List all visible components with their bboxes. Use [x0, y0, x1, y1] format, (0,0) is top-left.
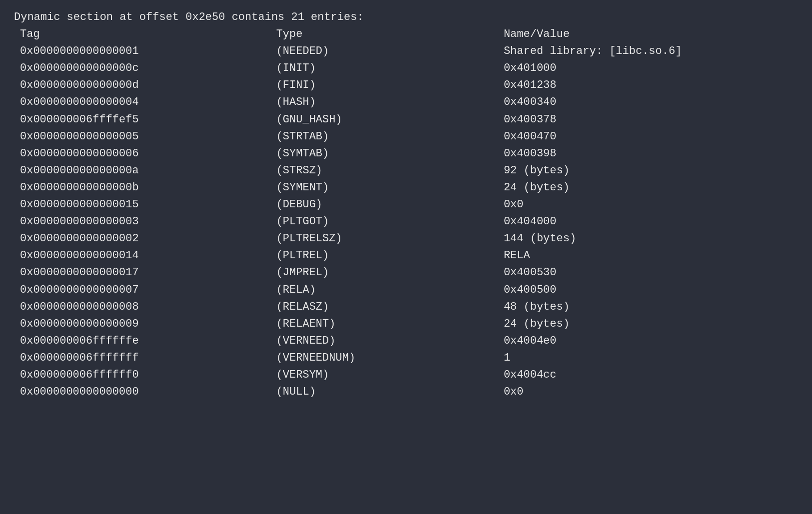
- entry-tag: 0x000000000000000b: [14, 179, 276, 196]
- table-row: 0x0000000000000014(PLTREL)RELA: [14, 247, 798, 264]
- entry-tag: 0x0000000000000005: [14, 128, 276, 145]
- table-row: 0x000000006ffffef5(GNU_HASH)0x400378: [14, 111, 798, 128]
- entry-value: 0x404000: [404, 213, 798, 230]
- entry-tag: 0x000000006ffffff0: [14, 367, 276, 384]
- entry-value: 92 (bytes): [404, 162, 798, 179]
- entry-value: 0x400530: [404, 264, 798, 281]
- col-header-tag: Tag: [14, 26, 276, 43]
- table-row: 0x000000000000000b(SYMENT)24 (bytes): [14, 179, 798, 196]
- entry-type: (RELAENT): [276, 316, 404, 333]
- entry-type: (VERNEEDNUM): [276, 350, 404, 367]
- entry-type: (GNU_HASH): [276, 111, 404, 128]
- entry-type: (NEEDED): [276, 43, 404, 60]
- entry-tag: 0x0000000000000015: [14, 196, 276, 213]
- entry-type: (STRSZ): [276, 162, 404, 179]
- entry-value: 144 (bytes): [404, 230, 798, 247]
- entry-value: 0x400500: [404, 282, 798, 299]
- entry-type: (VERNEED): [276, 333, 404, 350]
- table-row: 0x0000000000000009(RELAENT)24 (bytes): [14, 316, 798, 333]
- table-row: 0x000000000000000d(FINI)0x401238: [14, 77, 798, 94]
- entry-type: (NULL): [276, 384, 404, 401]
- col-header-value: Name/Value: [404, 26, 798, 43]
- entry-value: 0x400378: [404, 111, 798, 128]
- col-header-type: Type: [276, 26, 404, 43]
- entry-value: Shared library: [libc.so.6]: [404, 43, 798, 60]
- entry-type: (JMPREL): [276, 264, 404, 281]
- entry-tag: 0x000000000000000c: [14, 60, 276, 77]
- entry-tag: 0x000000006ffffef5: [14, 111, 276, 128]
- entry-value: 0x4004e0: [404, 333, 798, 350]
- table-row: 0x0000000000000015(DEBUG)0x0: [14, 196, 798, 213]
- table-row: 0x0000000000000005(STRTAB)0x400470: [14, 128, 798, 145]
- entry-tag: 0x0000000000000017: [14, 264, 276, 281]
- table-row: 0x0000000000000007(RELA)0x400500: [14, 282, 798, 299]
- entry-type: (RELASZ): [276, 299, 404, 316]
- entry-tag: 0x0000000000000001: [14, 43, 276, 60]
- table-row: 0x0000000000000000(NULL)0x0: [14, 384, 798, 401]
- entry-tag: 0x0000000000000000: [14, 384, 276, 401]
- table-row: 0x0000000000000008(RELASZ)48 (bytes): [14, 299, 798, 316]
- entry-tag: 0x0000000000000002: [14, 230, 276, 247]
- column-headers-row: Tag Type Name/Value: [14, 26, 798, 43]
- entry-tag: 0x0000000000000007: [14, 282, 276, 299]
- table-row: 0x0000000000000017(JMPREL)0x400530: [14, 264, 798, 281]
- entry-value: 0x400340: [404, 94, 798, 111]
- table-row: 0x000000006ffffffe(VERNEED)0x4004e0: [14, 333, 798, 350]
- entry-type: (STRTAB): [276, 128, 404, 145]
- entry-tag: 0x0000000000000006: [14, 145, 276, 162]
- entry-value: 0x4004cc: [404, 367, 798, 384]
- table-row: 0x0000000000000003(PLTGOT)0x404000: [14, 213, 798, 230]
- entry-value: 24 (bytes): [404, 179, 798, 196]
- entries-table: Tag Type Name/Value 0x0000000000000001(N…: [14, 26, 798, 401]
- entry-value: 0x401238: [404, 77, 798, 94]
- entry-type: (INIT): [276, 60, 404, 77]
- entry-type: (PLTREL): [276, 247, 404, 264]
- entry-type: (VERSYM): [276, 367, 404, 384]
- table-row: 0x0000000000000002(PLTRELSZ)144 (bytes): [14, 230, 798, 247]
- entry-type: (DEBUG): [276, 196, 404, 213]
- entry-value: 0x0: [404, 384, 798, 401]
- table-row: 0x000000006fffffff(VERNEEDNUM)1: [14, 350, 798, 367]
- table-row: 0x0000000000000004(HASH)0x400340: [14, 94, 798, 111]
- entry-tag: 0x0000000000000004: [14, 94, 276, 111]
- entry-tag: 0x000000006ffffffe: [14, 333, 276, 350]
- entry-type: (PLTRELSZ): [276, 230, 404, 247]
- entry-value: 0x400398: [404, 145, 798, 162]
- entry-tag: 0x0000000000000009: [14, 316, 276, 333]
- terminal-container: Dynamic section at offset 0x2e50 contain…: [14, 9, 798, 401]
- terminal-header-line: Dynamic section at offset 0x2e50 contain…: [14, 9, 798, 26]
- entry-type: (FINI): [276, 77, 404, 94]
- entry-tag: 0x000000006fffffff: [14, 350, 276, 367]
- entry-type: (HASH): [276, 94, 404, 111]
- table-row: 0x000000006ffffff0(VERSYM)0x4004cc: [14, 367, 798, 384]
- entry-type: (RELA): [276, 282, 404, 299]
- entry-value: 0x400470: [404, 128, 798, 145]
- entry-type: (SYMENT): [276, 179, 404, 196]
- entry-tag: 0x0000000000000014: [14, 247, 276, 264]
- entry-value: 0x0: [404, 196, 798, 213]
- entry-tag: 0x0000000000000003: [14, 213, 276, 230]
- entry-value: 1: [404, 350, 798, 367]
- table-row: 0x0000000000000001(NEEDED)Shared library…: [14, 43, 798, 60]
- table-row: 0x000000000000000a(STRSZ)92 (bytes): [14, 162, 798, 179]
- entry-type: (PLTGOT): [276, 213, 404, 230]
- entry-value: RELA: [404, 247, 798, 264]
- table-row: 0x0000000000000006(SYMTAB)0x400398: [14, 145, 798, 162]
- entry-value: 24 (bytes): [404, 316, 798, 333]
- entry-value: 0x401000: [404, 60, 798, 77]
- entry-tag: 0x000000000000000d: [14, 77, 276, 94]
- entry-tag: 0x0000000000000008: [14, 299, 276, 316]
- table-row: 0x000000000000000c(INIT)0x401000: [14, 60, 798, 77]
- entry-type: (SYMTAB): [276, 145, 404, 162]
- entry-tag: 0x000000000000000a: [14, 162, 276, 179]
- entry-value: 48 (bytes): [404, 299, 798, 316]
